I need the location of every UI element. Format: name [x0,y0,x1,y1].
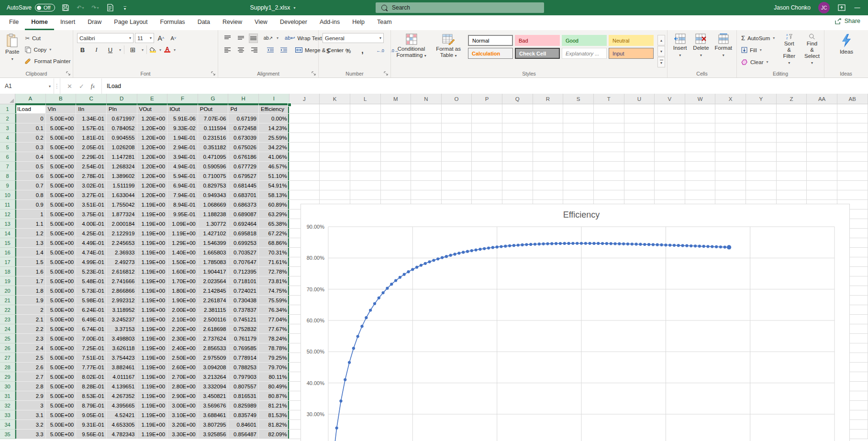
cell-H30[interactable]: 0.807557 [228,382,259,391]
row-header-14[interactable]: 14 [0,229,15,238]
cell-E29[interactable]: 1.19E+00 [137,372,168,382]
cell-H9[interactable]: 0.681445 [228,181,259,190]
cell-F21[interactable]: 1.90E+00 [167,296,198,305]
cell-H27[interactable]: 0.778914 [228,353,259,363]
cell-I17[interactable]: 71.61% [259,257,289,267]
cell-AB10[interactable] [837,190,868,200]
cell-U5[interactable] [624,143,655,152]
cell-C3[interactable]: 1.57E-01 [76,123,107,133]
formula-content[interactable]: ILoad [102,78,121,94]
cell-P1[interactable] [472,104,502,114]
cell-A31[interactable]: 2.9 [15,391,46,401]
cell-S4[interactable] [563,133,594,143]
cell-C33[interactable]: 9.05E-01 [76,410,107,420]
ideas-button[interactable]: Ideas [831,32,862,67]
cell-H26[interactable]: 0.769585 [228,343,259,353]
cell-M4[interactable] [381,133,412,143]
cell-U7[interactable] [624,162,655,171]
row-header-32[interactable]: 32 [0,401,15,410]
accounting-format-icon[interactable]: $ [323,46,334,55]
cell-E14[interactable]: 1.19E+00 [137,229,168,238]
align-middle-icon[interactable] [235,33,246,43]
cell-F34[interactable]: 3.20E+00 [167,420,198,430]
cell-O7[interactable] [442,162,472,171]
tab-review[interactable]: Review [216,15,248,30]
row-header-20[interactable]: 20 [0,286,15,296]
column-header-K[interactable]: K [320,94,350,104]
cell-Z7[interactable] [777,162,807,171]
cell-H35[interactable]: 0.856487 [228,430,259,439]
cell-I19[interactable]: 73.81% [259,276,289,286]
cell-V7[interactable] [655,162,685,171]
cell-G2[interactable]: 7.07E-06 [198,114,229,123]
cell-F7[interactable]: 4.94E-01 [167,162,198,171]
cell-C22[interactable]: 6.24E-01 [76,305,107,315]
cell-Q6[interactable] [502,152,533,162]
cell-I21[interactable]: 75.59% [259,296,289,305]
cell-Y8[interactable] [746,171,777,181]
cell-J5[interactable] [289,143,320,152]
cell-F35[interactable]: 3.30E+00 [167,430,198,439]
cell-A2[interactable]: 0 [15,114,46,123]
cell-K1[interactable] [320,104,350,114]
cell-A13[interactable]: 1.1 [15,219,46,229]
cell-J3[interactable] [289,123,320,133]
cell-O5[interactable] [442,143,472,152]
cell-C17[interactable]: 4.99E-01 [76,257,107,267]
cell-Z4[interactable] [777,133,807,143]
column-header-A[interactable]: A [15,94,46,104]
cell-H15[interactable]: 0.699253 [228,238,259,248]
cell-C28[interactable]: 7.77E-01 [76,363,107,372]
cell-A26[interactable]: 2.4 [15,343,46,353]
orientation-dropdown-icon[interactable]: ▾ [277,36,278,40]
column-header-W[interactable]: W [685,94,716,104]
cell-B15[interactable]: 5.00E+00 [46,238,77,248]
cell-Y4[interactable] [746,133,777,143]
cell-K9[interactable] [320,181,350,190]
cell-E2[interactable]: 1.20E+00 [137,114,168,123]
cell-G26[interactable]: 2.856533 [198,343,229,353]
cell-T5[interactable] [594,143,624,152]
cell-R3[interactable] [533,123,564,133]
column-header-D[interactable]: D [107,94,137,104]
column-header-M[interactable]: M [381,94,412,104]
cell-L7[interactable] [350,162,381,171]
cell-AA10[interactable] [807,190,837,200]
cell-AB8[interactable] [837,171,868,181]
cell-K7[interactable] [320,162,350,171]
cell-B32[interactable]: 5.00E+00 [46,401,77,410]
cell-A17[interactable]: 1.5 [15,257,46,267]
cell-D14[interactable]: 2.122919 [107,229,137,238]
column-header-Q[interactable]: Q [502,94,533,104]
autosum-button[interactable]: ΣAutoSum▾ [740,33,776,43]
cell-R4[interactable] [533,133,564,143]
cell-G24[interactable]: 2.618698 [198,324,229,334]
row-header-24[interactable]: 24 [0,324,15,334]
cell-X7[interactable] [715,162,746,171]
name-box[interactable]: A1▾ [0,78,54,94]
cell-X2[interactable] [715,114,746,123]
cell-H18[interactable]: 0.712395 [228,267,259,276]
row-header-8[interactable]: 8 [0,171,15,181]
cell-I7[interactable]: 46.57% [259,162,289,171]
cell-E28[interactable]: 1.19E+00 [137,363,168,372]
cell-D30[interactable]: 4.139651 [107,382,137,391]
font-name-select[interactable]: Calibri▾ [77,33,134,43]
underline-button[interactable]: U [105,45,116,55]
cell-X4[interactable] [715,133,746,143]
cell-F19[interactable]: 1.70E+00 [167,276,198,286]
cell-AB1[interactable] [837,104,868,114]
cell-G3[interactable]: 0.111594 [198,123,229,133]
cell-S5[interactable] [563,143,594,152]
cell-AB6[interactable] [837,152,868,162]
cell-C8[interactable]: 2.78E-01 [76,171,107,181]
column-header-AA[interactable]: AA [807,94,837,104]
cell-A1[interactable]: ILoad [15,104,46,114]
cell-style-explanatory-[interactable]: Explanatory ... [562,48,607,59]
italic-button[interactable]: I [91,45,102,55]
cell-A30[interactable]: 2.8 [15,382,46,391]
cell-L4[interactable] [350,133,381,143]
cell-X1[interactable] [715,104,746,114]
cell-G12[interactable]: 1.188238 [198,209,229,219]
row-header-35[interactable]: 35 [0,430,15,439]
